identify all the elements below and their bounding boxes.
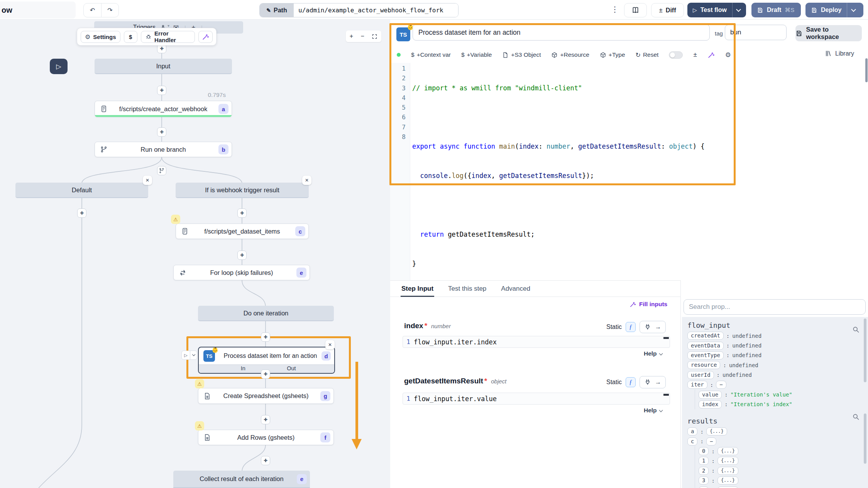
add-s3-object-button[interactable]: +S3 Object: [502, 51, 541, 58]
fill-inputs-button[interactable]: Fill inputs: [629, 301, 667, 308]
add-step-button[interactable]: ✚: [77, 208, 86, 218]
prop-row[interactable]: userId:undefined: [687, 370, 863, 380]
diff-button[interactable]: ± Diff: [651, 3, 684, 17]
redo-button[interactable]: ↷: [101, 3, 118, 17]
expression-input-getDatesetItemsResult[interactable]: 1 flow_input.iter.value: [403, 393, 670, 405]
flow-canvas[interactable]: Triggers ▾ ✉ ⋮ + ⋮ ⚙ Settings $ Error Ha…: [0, 20, 390, 488]
help-toggle[interactable]: Help: [644, 350, 662, 357]
plusminus-icon[interactable]: ±: [693, 51, 697, 59]
add-resource-button[interactable]: +Resource: [551, 51, 589, 58]
add-variable-button[interactable]: $+Variable: [461, 51, 492, 58]
result-row[interactable]: 0:{...}: [699, 446, 863, 456]
scrollbar-thumb[interactable]: [864, 413, 866, 464]
result-row[interactable]: a:{...}: [687, 427, 863, 436]
connect-input-buttons[interactable]: →: [640, 376, 666, 388]
tab-advanced[interactable]: Advanced: [501, 281, 530, 297]
fit-view-button[interactable]: [372, 34, 377, 39]
prop-row[interactable]: index:"Iteration's index": [699, 400, 863, 409]
books-icon: [825, 50, 832, 57]
draft-button[interactable]: Draft ⌘S: [751, 3, 801, 17]
search-icon[interactable]: [852, 413, 860, 421]
add-context-var-button[interactable]: $+Context var: [411, 51, 451, 58]
docs-button[interactable]: [624, 3, 647, 17]
collapse-toggle[interactable]: −: [716, 381, 726, 389]
add-branch-button[interactable]: [157, 166, 166, 175]
more-menu-button[interactable]: ⋮: [611, 5, 619, 14]
step-name-input[interactable]: [413, 24, 710, 41]
code-editor[interactable]: // import * as wmill from "windmill-clie…: [412, 64, 705, 318]
gear-icon[interactable]: ⚙: [725, 51, 731, 59]
create-actor-webhook-node[interactable]: f/scripts/create_actor_webhook a: [95, 101, 232, 117]
zoom-in-button[interactable]: +: [350, 33, 353, 40]
prop-row[interactable]: eventData:undefined: [687, 341, 863, 350]
add-type-button[interactable]: +Type: [600, 51, 625, 58]
run-one-branch-node[interactable]: Run one branch b: [95, 142, 232, 157]
run-flow-button[interactable]: ▷: [50, 59, 68, 74]
add-step-button[interactable]: ✚: [157, 127, 166, 137]
search-icon[interactable]: [852, 325, 860, 334]
plus-icon: ✚: [160, 46, 164, 51]
result-row-expandable[interactable]: c:−: [687, 437, 863, 446]
result-row[interactable]: 4:{...}: [699, 485, 863, 488]
tab-step-input[interactable]: Step Input: [401, 281, 433, 297]
input-node[interactable]: Input: [95, 59, 232, 74]
add-step-button[interactable]: ✚: [237, 208, 247, 218]
run-step-button[interactable]: ▷: [182, 351, 190, 359]
ai-assistant-button[interactable]: [198, 31, 213, 43]
collect-result-node[interactable]: Collect result of each iteration e: [173, 471, 310, 488]
add-step-button[interactable]: ✚: [157, 86, 166, 95]
tag-input[interactable]: [725, 25, 787, 40]
error-handler-button[interactable]: Error Handler: [141, 31, 195, 43]
prop-row-expandable[interactable]: iter:−: [687, 380, 863, 390]
default-branch-node[interactable]: Default: [15, 183, 148, 198]
create-spreadsheet-node[interactable]: Create Spreadsheet (gsheets) g: [198, 388, 334, 404]
expression-mode-button[interactable]: ƒ: [626, 377, 636, 387]
path-field[interactable]: ✎ Path u/admin/example_actor_webhook_flo…: [259, 3, 459, 17]
undo-button[interactable]: ↶: [84, 3, 101, 17]
add-step-button[interactable]: ✚: [261, 332, 270, 342]
prop-row[interactable]: createdAt:undefined: [687, 331, 863, 341]
expression-mode-button[interactable]: ƒ: [626, 322, 636, 332]
add-step-button[interactable]: ✚: [237, 251, 247, 260]
help-toggle[interactable]: Help: [644, 407, 662, 414]
save-to-workspace-button[interactable]: Save to workspace: [795, 25, 862, 41]
add-step-button[interactable]: ✚: [261, 415, 270, 424]
for-loop-node[interactable]: For loop (skip failures) e: [173, 265, 310, 280]
connect-input-buttons[interactable]: →: [640, 321, 666, 333]
result-row[interactable]: 3:{...}: [699, 476, 863, 485]
flow-settings-button[interactable]: ⚙ Settings: [81, 31, 120, 43]
zoom-out-button[interactable]: −: [361, 33, 364, 40]
context-variables-button[interactable]: $: [124, 31, 137, 43]
result-row[interactable]: 1:{...}: [699, 456, 863, 466]
search-prop-input[interactable]: [684, 299, 866, 315]
node-in-handle[interactable]: In: [241, 365, 245, 371]
prop-row[interactable]: resource:undefined: [687, 360, 863, 370]
deploy-dropdown[interactable]: [847, 3, 860, 17]
collapse-toggle[interactable]: −: [706, 437, 716, 446]
delete-branch-button[interactable]: ✕: [143, 176, 152, 185]
reset-code-button[interactable]: ↻Reset: [636, 51, 659, 59]
add-step-button[interactable]: ✚: [261, 369, 270, 379]
prop-row[interactable]: value:"Iteration's value": [699, 390, 863, 399]
editor-scrollbar[interactable]: [865, 58, 868, 82]
result-row[interactable]: 2:{...}: [699, 466, 863, 476]
get-dataset-items-node[interactable]: f/scripts/get_dataset_items c: [176, 224, 309, 239]
deploy-button[interactable]: Deploy: [805, 3, 863, 17]
add-step-button[interactable]: ✚: [261, 456, 270, 465]
delete-step-button[interactable]: ✕: [325, 340, 335, 349]
node-out-handle[interactable]: Out: [287, 365, 296, 371]
add-rows-node[interactable]: Add Rows (gsheets) f: [198, 430, 334, 445]
run-step-dropdown[interactable]: [190, 351, 197, 359]
tab-test-this-step[interactable]: Test this step: [448, 281, 486, 297]
scrollbar-thumb[interactable]: [864, 319, 866, 382]
test-flow-dropdown[interactable]: [732, 3, 745, 17]
library-button[interactable]: Library: [825, 50, 854, 57]
do-one-iteration-node[interactable]: Do one iteration: [198, 306, 334, 321]
expression-input-index[interactable]: 1 flow_input.iter.index: [403, 336, 670, 348]
assistant-toggle[interactable]: [669, 51, 683, 59]
prop-row[interactable]: eventType:undefined: [687, 351, 863, 360]
webhook-branch-node[interactable]: If is webhook trigger result: [176, 183, 309, 198]
magic-wand-icon[interactable]: [707, 51, 715, 59]
delete-branch-button[interactable]: ✕: [302, 176, 311, 185]
test-flow-button[interactable]: ▷Test flow: [687, 3, 746, 17]
